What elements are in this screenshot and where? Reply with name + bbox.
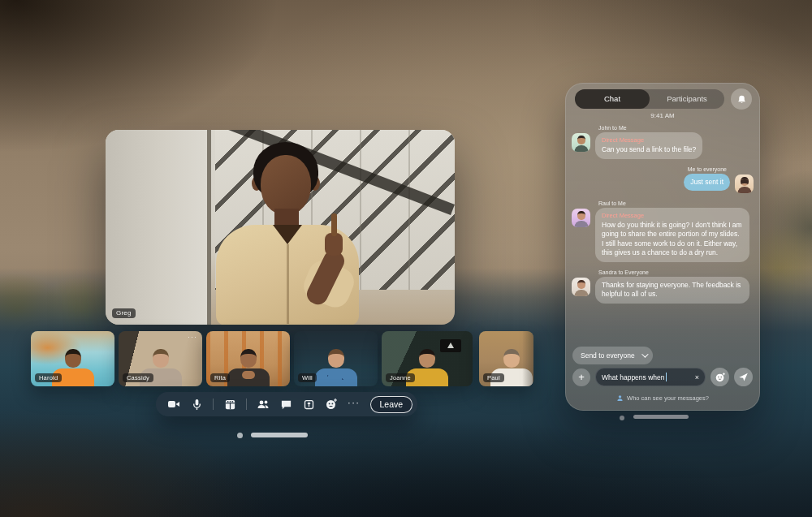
participant-tile-paul[interactable]: Paul: [479, 331, 533, 386]
avatar-head: [577, 280, 585, 289]
direct-message-badge: Direct Message: [602, 212, 743, 220]
tab-participants[interactable]: Participants: [650, 89, 724, 109]
head: [419, 349, 435, 368]
avatar-head: [577, 136, 585, 144]
participant-tile-will[interactable]: Will: [294, 331, 378, 386]
reactions-icon[interactable]: [325, 398, 338, 411]
office-wall: [106, 130, 211, 325]
participant-name-label: Cassidy: [123, 373, 153, 382]
head: [153, 349, 169, 368]
avatar-body: [574, 290, 588, 296]
tile-edge-fade: [522, 331, 533, 386]
message-sender: Sandra to Everyone: [598, 269, 746, 275]
message-composer: + What happens when ×: [572, 368, 753, 386]
participant-tile-harold[interactable]: Harold: [31, 331, 114, 386]
leave-button[interactable]: Leave: [370, 396, 413, 413]
avatar-body: [574, 145, 588, 152]
avatar-head: [741, 177, 749, 186]
emoji-smiley-icon: [715, 372, 726, 383]
chat-message: Raul to Me Direct Message How do you thi…: [572, 200, 754, 262]
more-options-icon[interactable]: ···: [348, 399, 361, 410]
hand: [325, 233, 343, 256]
chat-message: John to Me Direct Message Can you send a…: [572, 125, 754, 159]
notifications-button[interactable]: [731, 88, 752, 110]
add-attachment-button[interactable]: +: [572, 368, 590, 386]
message-text: How do you think it is going? I don't th…: [602, 221, 743, 258]
participants-icon[interactable]: [257, 398, 270, 411]
avatar: [572, 133, 590, 152]
send-message-button[interactable]: [734, 368, 753, 386]
participant-tile-rita[interactable]: Rita: [206, 331, 290, 386]
head: [65, 349, 81, 368]
privacy-hint-text: Who can see your messages?: [627, 394, 709, 402]
chat-timestamp: 9:41 AM: [565, 112, 760, 119]
participant-name-label: Will: [298, 373, 317, 382]
video-camera-icon[interactable]: [167, 398, 180, 411]
tile-more-icon[interactable]: ···: [188, 334, 197, 341]
head: [240, 349, 257, 368]
microphone-icon[interactable]: [190, 398, 203, 411]
torso: [315, 368, 357, 386]
text-cursor: [666, 373, 667, 381]
avatar: [572, 209, 590, 227]
chevron-down-icon: [641, 351, 648, 357]
chat-panel: Chat Participants 9:41 AM John to Me Dir…: [565, 83, 760, 411]
chat-tab-bar: Chat Participants: [575, 89, 724, 109]
chat-window-close-control[interactable]: [620, 416, 624, 420]
message-sender: John to Me: [598, 125, 699, 131]
toolbar-divider: [213, 399, 214, 410]
pointing-finger: [331, 213, 337, 236]
avatar-body: [737, 187, 751, 193]
message-bubble: Direct Message How do you think it is go…: [595, 208, 749, 262]
chat-message: Sandra to Everyone Thanks for staying ev…: [572, 269, 754, 304]
message-bubble: Thanks for staying everyone. The feedbac…: [595, 277, 749, 304]
head: [503, 349, 520, 368]
avatar-head: [577, 211, 585, 220]
speaker-figure: [203, 142, 374, 325]
message-sender: Me to everyone: [688, 166, 727, 172]
participant-name-label: Joanne: [386, 373, 415, 382]
privacy-hint: Who can see your messages?: [565, 394, 760, 402]
message-text: Can you send a link to the file?: [602, 145, 696, 154]
layout-icon[interactable]: [223, 398, 236, 411]
send-to-label: Send to everyone: [581, 351, 635, 360]
meeting-toolbar: ··· Leave: [156, 392, 417, 416]
participant-name-label: Paul: [483, 373, 504, 382]
video-scene: [106, 130, 455, 325]
chat-message-list[interactable]: John to Me Direct Message Can you send a…: [572, 125, 754, 336]
participant-name-label: Rita: [210, 373, 230, 382]
shirt-placket: [287, 244, 289, 324]
person-icon: [616, 394, 624, 402]
emoji-button[interactable]: [710, 368, 729, 386]
send-to-selector[interactable]: Send to everyone: [572, 347, 653, 364]
message-sender: Raul to Me: [598, 200, 746, 206]
tab-chat[interactable]: Chat: [575, 89, 650, 109]
message-bubble: Just sent it: [684, 174, 730, 191]
participant-tile-joanne[interactable]: Joanne: [382, 331, 473, 386]
bell-icon: [736, 94, 747, 105]
share-screen-icon[interactable]: [302, 398, 315, 411]
head: [328, 349, 344, 368]
participant-name-label: Harold: [35, 373, 62, 382]
hands: [242, 371, 255, 379]
participant-tile-cassidy[interactable]: ··· Cassidy: [119, 331, 202, 386]
main-window-close-control[interactable]: [237, 433, 243, 438]
message-bubble: Direct Message Can you send a link to th…: [595, 132, 702, 159]
chat-message: Me to everyone Just sent it: [572, 166, 754, 193]
meeting-screen: Greg Harold ··· Cassidy Rita Will: [0, 0, 812, 517]
chat-icon[interactable]: [279, 398, 292, 411]
avatar: [572, 278, 590, 296]
face: [261, 155, 311, 215]
send-plane-icon: [738, 372, 749, 382]
speaker-name-label: Greg: [112, 308, 136, 318]
message-input[interactable]: What happens when ×: [595, 368, 706, 386]
clear-input-icon[interactable]: ×: [695, 373, 699, 381]
direct-message-badge: Direct Message: [602, 136, 696, 144]
message-input-text: What happens when: [602, 373, 665, 381]
toolbar-divider: [246, 399, 247, 410]
chat-window-drag-bar[interactable]: [633, 415, 689, 419]
main-window-drag-bar[interactable]: [251, 433, 308, 437]
main-video-tile[interactable]: Greg: [106, 130, 455, 325]
avatar: [735, 174, 754, 193]
avatar-body: [574, 221, 588, 227]
